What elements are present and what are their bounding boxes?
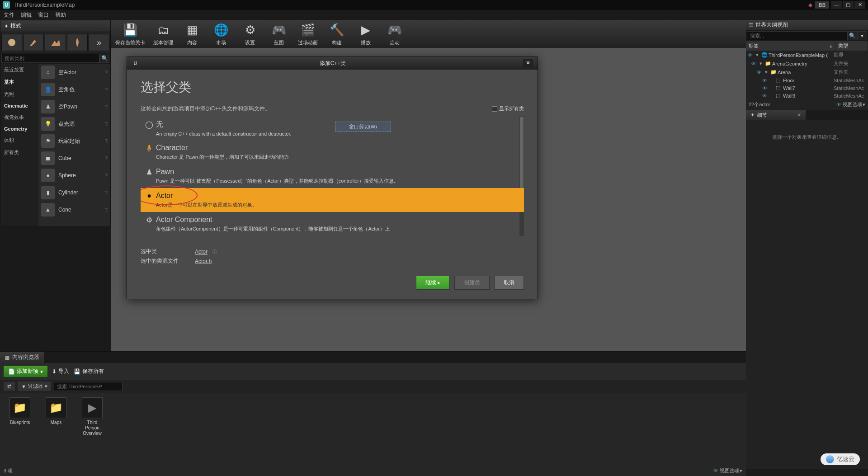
parent-class-item[interactable]: 🧍CharacterCharacter 是 Pawn 的一种类型，增加了可以来回… — [141, 140, 524, 164]
outliner-row[interactable]: 👁▾📁ArenaGeometry文件夹 — [746, 59, 868, 68]
help-icon[interactable]: ? — [105, 121, 108, 127]
minimize-button[interactable]: — — [831, 1, 842, 9]
content-item[interactable]: 📁Blueprints — [5, 397, 34, 436]
user-badge[interactable]: BB — [815, 1, 829, 9]
class-description: Actor是一个可以在世界中放置或生成的对象。 — [156, 202, 519, 208]
parent-class-item[interactable]: ⚙Actor Component角色组件（ActorComponent）是一种可… — [141, 212, 524, 236]
content-item[interactable]: 📁Maps — [42, 397, 71, 436]
source-control-icon[interactable]: ◆ — [808, 2, 812, 8]
show-all-classes-checkbox[interactable]: 显示所有类 — [492, 105, 524, 112]
category-item[interactable]: Geometry — [0, 123, 38, 134]
placeable-actor-item[interactable]: ○空Actor? — [38, 64, 110, 81]
outliner-row[interactable]: 👁▾🌐ThirdPersonExampleMap (世界 — [746, 51, 868, 59]
visibility-icon[interactable]: 👁 — [748, 52, 756, 58]
menu-edit[interactable]: 编辑 — [21, 11, 32, 19]
help-icon[interactable]: ? — [105, 173, 108, 178]
help-icon[interactable]: ? — [105, 156, 108, 161]
outliner-row[interactable]: 👁⬚FloorStaticMeshAc — [746, 76, 868, 84]
visibility-icon[interactable]: 👁 — [762, 85, 770, 91]
toolbar-source-button[interactable]: 🗂版本管理 — [152, 22, 174, 46]
next-button[interactable]: 继续 ▸ — [416, 276, 450, 290]
mode-more-icon[interactable]: » — [89, 34, 109, 51]
placeable-actor-item[interactable]: 👤空角色? — [38, 81, 110, 98]
parent-class-item[interactable]: ◯无An empty C++ class with a default cons… — [141, 116, 524, 140]
toolbar-save-button[interactable]: 💾保存当前关卡 — [115, 22, 145, 46]
outliner-options-icon[interactable]: ▾ — [857, 31, 867, 40]
col-label[interactable]: 标签 — [749, 42, 759, 49]
placeable-actor-item[interactable]: ▮Cylinder? — [38, 184, 110, 201]
outliner-row[interactable]: 👁⬚Wall9StaticMeshAc — [746, 92, 868, 99]
help-icon[interactable]: ? — [105, 138, 108, 144]
import-button[interactable]: ⬇ 导入 — [52, 368, 69, 375]
parent-class-item[interactable]: ♟PawnPawn 是一种可以"被支配（Possessed）"的角色（Actor… — [141, 164, 524, 188]
outliner-row[interactable]: 👁⬚Wall7StaticMeshAc — [746, 84, 868, 92]
category-item[interactable]: 所有类 — [0, 146, 38, 159]
details-tab[interactable]: ✦ 细节 ✕ — [746, 110, 806, 120]
help-icon[interactable]: ? — [105, 87, 108, 92]
toolbar-cine-button[interactable]: 🎬过场动画 — [297, 22, 319, 46]
help-icon[interactable]: ? — [105, 207, 108, 212]
toolbar-play-button[interactable]: ▶播放 — [355, 22, 377, 46]
col-type[interactable]: 类型 — [835, 41, 868, 51]
content-search-input[interactable] — [54, 382, 123, 391]
outliner-view-options[interactable]: 👁 视图选项▾ — [836, 101, 865, 108]
content-item[interactable]: ▶ThirdPersonOverview — [78, 397, 107, 436]
toolbar-market-button[interactable]: 🌐市场 — [210, 22, 232, 46]
placeable-actor-item[interactable]: ♟空Pawn? — [38, 98, 110, 115]
expand-icon[interactable]: ▾ — [756, 52, 761, 58]
help-icon[interactable]: ? — [105, 104, 108, 109]
placeable-actor-item[interactable]: 💡点光源? — [38, 115, 110, 132]
toolbar-build-button[interactable]: 🔨构建 — [326, 22, 348, 46]
category-item[interactable]: 视觉效果 — [0, 111, 38, 123]
modes-search-input[interactable] — [1, 54, 99, 63]
selected-file-value[interactable]: Actor.h — [195, 258, 212, 264]
menu-help[interactable]: 帮助 — [55, 11, 66, 19]
expand-icon[interactable]: ▾ — [765, 69, 770, 75]
content-view-options[interactable]: 👁 视图选项▾ — [713, 467, 742, 474]
placeable-actor-item[interactable]: ▲Cone? — [38, 201, 110, 218]
toolbar-blueprint-button[interactable]: 🎮蓝图 — [268, 22, 290, 46]
help-icon[interactable]: ? — [105, 190, 108, 195]
visibility-icon[interactable]: 👁 — [762, 78, 770, 83]
add-new-button[interactable]: 📄 添加新项 ▾ — [4, 366, 47, 377]
mode-landscape-icon[interactable] — [45, 34, 66, 51]
visibility-icon[interactable]: 👁 — [751, 61, 760, 66]
mode-place-icon[interactable] — [1, 34, 22, 51]
mode-foliage-icon[interactable] — [67, 34, 88, 51]
content-browser-tab[interactable]: ▦ 内容浏览器 — [0, 352, 44, 363]
dialog-close-button[interactable]: ✕ — [523, 59, 533, 67]
placeable-actor-item[interactable]: ●Sphere? — [38, 167, 110, 184]
toolbar-launch-button[interactable]: 🎮启动 — [384, 22, 406, 46]
save-all-button[interactable]: 💾 保存所有 — [74, 368, 104, 375]
menu-file[interactable]: 文件 — [4, 11, 14, 19]
placeable-actor-item[interactable]: ⚑玩家起始? — [38, 132, 110, 150]
mode-paint-icon[interactable] — [23, 34, 44, 51]
visibility-icon[interactable]: 👁 — [762, 93, 770, 99]
path-toggle-button[interactable]: ⇄ — [4, 382, 15, 391]
menu-window[interactable]: 窗口 — [38, 11, 49, 19]
modes-panel-tab[interactable]: ✦ 模式 — [0, 20, 110, 32]
close-tab-icon[interactable]: ✕ — [797, 112, 801, 118]
category-item[interactable]: 体积 — [0, 134, 38, 146]
category-item[interactable]: Cinematic — [0, 100, 38, 111]
maximize-button[interactable]: ▢ — [843, 1, 854, 9]
filter-button[interactable]: ▼过滤器 ▾ — [18, 382, 51, 391]
outliner-row[interactable]: 👁▾📁Arena文件夹 — [746, 68, 868, 76]
visibility-icon[interactable]: 👁 — [757, 70, 765, 75]
close-window-button[interactable]: ✕ — [854, 1, 865, 9]
category-item[interactable]: 最近放置 — [0, 64, 38, 76]
toolbar-label: 市场 — [216, 39, 226, 46]
parent-class-item[interactable]: ●ActorActor是一个可以在世界中放置或生成的对象。 — [141, 188, 524, 212]
category-item[interactable]: 光照 — [0, 88, 38, 100]
help-icon[interactable]: ⓘ — [212, 248, 217, 255]
cancel-button[interactable]: 取消 — [494, 276, 524, 290]
toolbar-settings-button[interactable]: ⚙设置 — [239, 22, 261, 46]
category-item[interactable]: 基本 — [0, 76, 38, 88]
search-icon[interactable]: 🔍 — [847, 31, 857, 40]
outliner-search-input[interactable] — [747, 31, 847, 40]
search-icon[interactable]: 🔍 — [99, 54, 109, 63]
expand-icon[interactable]: ▾ — [760, 61, 765, 66]
placeable-actor-item[interactable]: ◼Cube? — [38, 150, 110, 167]
toolbar-content-button[interactable]: ▦内容 — [181, 22, 203, 46]
help-icon[interactable]: ? — [105, 70, 108, 75]
